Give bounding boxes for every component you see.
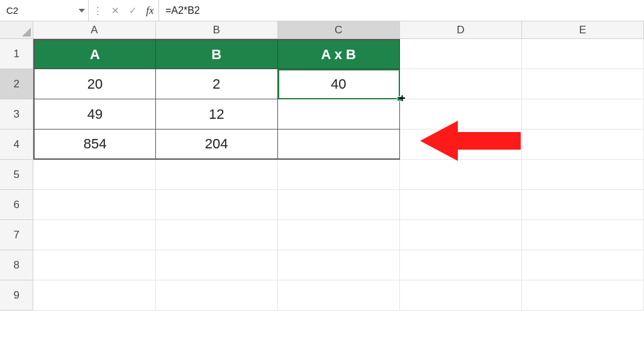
cell-b7[interactable] (156, 220, 278, 250)
cell-a9[interactable] (33, 280, 155, 311)
row-header-3[interactable]: 3 (0, 99, 33, 130)
cell-d5[interactable] (400, 160, 522, 190)
cell-c4[interactable] (278, 130, 400, 160)
cell-a5[interactable] (33, 160, 155, 190)
cell-b5[interactable] (156, 160, 278, 190)
row-5: 5 (0, 160, 644, 190)
row-header-8[interactable]: 8 (0, 250, 33, 280)
name-box-dropdown[interactable] (75, 9, 88, 13)
cell-b4[interactable]: 204 (156, 130, 278, 160)
cell-e2[interactable] (522, 69, 644, 99)
cell-d1[interactable] (400, 39, 522, 69)
row-header-2[interactable]: 2 (0, 69, 33, 99)
cell-d6[interactable] (400, 190, 522, 220)
cell-b3[interactable]: 12 (156, 99, 278, 130)
cell-b6[interactable] (156, 190, 278, 220)
cell-c9[interactable] (278, 280, 400, 311)
cell-a7[interactable] (33, 220, 155, 250)
check-icon: ✓ (129, 5, 137, 16)
cell-e8[interactable] (522, 250, 644, 280)
cell-a6[interactable] (33, 190, 155, 220)
cell-a2[interactable]: 20 (33, 69, 155, 99)
column-header-c[interactable]: C (278, 21, 400, 39)
cell-c3[interactable] (278, 99, 400, 130)
formula-bar: ⋮ ✕ ✓ fx (0, 0, 644, 21)
row-header-5[interactable]: 5 (0, 160, 33, 190)
cell-c2[interactable]: 40 + (278, 69, 400, 99)
cell-b9[interactable] (156, 280, 278, 311)
cell-b1[interactable]: B (156, 39, 278, 69)
cell-b2[interactable]: 2 (156, 69, 278, 99)
cell-e7[interactable] (522, 220, 644, 250)
row-4: 4 854 204 (0, 130, 644, 160)
cell-d7[interactable] (400, 220, 522, 250)
column-header-d[interactable]: D (400, 21, 522, 39)
column-header-a[interactable]: A (33, 21, 155, 39)
worksheet-grid: A B C D E 1 A B A x B 2 20 2 40 + 3 49 1… (0, 21, 644, 311)
formula-input[interactable] (159, 0, 644, 21)
cell-c2-value: 40 (331, 76, 346, 92)
enter-formula-button[interactable]: ✓ (124, 0, 142, 21)
name-box-wrap (0, 0, 89, 21)
cell-e4[interactable] (522, 130, 644, 160)
name-box[interactable] (0, 0, 75, 21)
formula-menu-button[interactable]: ⋮ (89, 0, 106, 21)
row-header-7[interactable]: 7 (0, 220, 33, 250)
cell-c1[interactable]: A x B (278, 39, 400, 69)
row-9: 9 (0, 280, 644, 311)
cell-c5[interactable] (278, 160, 400, 190)
cell-d9[interactable] (400, 280, 522, 311)
column-header-e[interactable]: E (522, 21, 644, 39)
cell-e1[interactable] (522, 39, 644, 69)
cell-d8[interactable] (400, 250, 522, 280)
cell-a1[interactable]: A (33, 39, 155, 69)
cell-e5[interactable] (522, 160, 644, 190)
x-icon: ✕ (111, 5, 119, 16)
row-7: 7 (0, 220, 644, 250)
row-6: 6 (0, 190, 644, 220)
cell-a8[interactable] (33, 250, 155, 280)
row-header-6[interactable]: 6 (0, 190, 33, 220)
row-1: 1 A B A x B (0, 39, 644, 69)
cell-a3[interactable]: 49 (33, 99, 155, 130)
cell-a4[interactable]: 854 (33, 130, 155, 160)
cell-c6[interactable] (278, 190, 400, 220)
chevron-down-icon (79, 9, 85, 13)
row-header-1[interactable]: 1 (0, 39, 33, 69)
cell-d2[interactable] (400, 69, 522, 99)
column-header-b[interactable]: B (156, 21, 278, 39)
cell-c7[interactable] (278, 220, 400, 250)
fill-handle[interactable] (397, 96, 402, 101)
cell-e6[interactable] (522, 190, 644, 220)
cell-e9[interactable] (522, 280, 644, 311)
cancel-formula-button[interactable]: ✕ (106, 0, 124, 21)
insert-function-button[interactable]: fx (142, 0, 159, 21)
select-all-corner[interactable] (0, 21, 33, 39)
cell-c8[interactable] (278, 250, 400, 280)
row-header-4[interactable]: 4 (0, 130, 33, 160)
cell-b8[interactable] (156, 250, 278, 280)
column-headers: A B C D E (0, 21, 644, 39)
cell-e3[interactable] (522, 99, 644, 130)
row-8: 8 (0, 250, 644, 280)
row-header-9[interactable]: 9 (0, 280, 33, 311)
cell-d3[interactable] (400, 99, 522, 130)
cell-d4[interactable] (400, 130, 522, 160)
row-2: 2 20 2 40 + (0, 69, 644, 99)
row-3: 3 49 12 (0, 99, 644, 130)
